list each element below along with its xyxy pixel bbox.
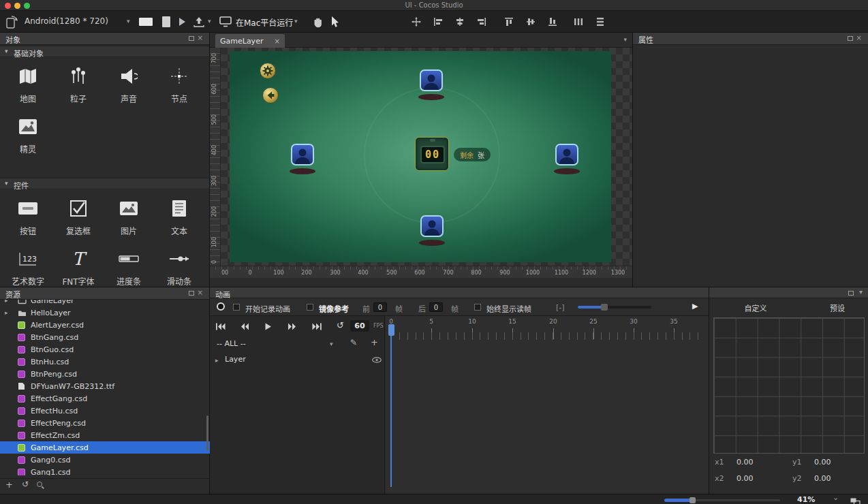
object-item-map[interactable]: 地图	[3, 60, 53, 110]
play-preview-icon[interactable]	[179, 18, 186, 26]
loop-playback-icon[interactable]: ↺	[337, 320, 344, 330]
object-item-sprite[interactable]: 精灵	[3, 110, 53, 161]
fps-field[interactable]: 60	[350, 320, 369, 332]
zoom-presets-chevron-icon[interactable]: ⌄	[833, 493, 839, 502]
resource-row[interactable]: Gang0.csd	[0, 454, 210, 466]
stage-canvas[interactable]: 00 剩余 张	[221, 48, 632, 266]
panel-float-icon[interactable]	[848, 36, 853, 41]
always-show-frames-checkbox[interactable]	[474, 304, 481, 311]
align-right-icon[interactable]	[477, 17, 486, 27]
resource-row[interactable]: EffectHu.csd	[0, 405, 210, 417]
orientation-landscape-button[interactable]	[139, 18, 153, 26]
panel-close-icon[interactable]: ×	[856, 34, 862, 42]
object-item-fnt-font[interactable]: T FNT字体	[53, 242, 104, 293]
object-item-text[interactable]: 文本	[154, 192, 204, 242]
panel-dropdown-icon[interactable]: ▾	[859, 288, 863, 296]
zoom-slider-handle[interactable]	[689, 497, 696, 503]
resource-row[interactable]: BtnGuo.csd	[0, 343, 210, 356]
device-preset-dropdown-icon[interactable]: ▾	[127, 18, 130, 25]
skip-to-end-icon[interactable]	[312, 323, 324, 331]
after-frames-field[interactable]: 0	[429, 302, 443, 312]
expand-icon[interactable]: ▸	[5, 300, 18, 304]
tab-close-icon[interactable]: ×	[275, 37, 280, 45]
x2-value[interactable]: 0.00	[737, 474, 754, 483]
object-item-image[interactable]: 图片	[104, 192, 154, 242]
add-animation-icon[interactable]: +	[371, 337, 378, 347]
play-animation-icon[interactable]: ▶	[692, 302, 698, 311]
track-filter-select[interactable]: -- ALL --	[217, 339, 246, 348]
resource-row[interactable]: EffectGang.csd	[0, 392, 210, 405]
record-animation-checkbox[interactable]	[233, 304, 240, 311]
player-avatar-right[interactable]	[555, 144, 578, 166]
orientation-portrait-button[interactable]	[162, 16, 170, 27]
distribute-vertical-icon[interactable]	[595, 17, 605, 27]
object-item-art-number[interactable]: 123 艺术数字	[3, 242, 53, 293]
edit-animation-icon[interactable]: ✎	[350, 338, 357, 347]
player-avatar-left[interactable]	[291, 144, 314, 166]
object-item-progress-bar[interactable]: 进度条	[104, 242, 154, 293]
section-controls[interactable]: ▾ 控件	[0, 178, 209, 189]
publish-icon[interactable]	[193, 16, 205, 28]
tab-list-dropdown-icon[interactable]: ▾	[623, 36, 627, 43]
resource-row[interactable]: BtnGang.csd	[0, 331, 210, 343]
timeline-zoom-out-button[interactable]: [-]	[556, 303, 565, 312]
run-target-monitor-icon[interactable]	[219, 16, 232, 27]
timeline-zoom-slider[interactable]	[578, 306, 651, 309]
play-icon[interactable]	[264, 323, 277, 331]
layer-visibility-eye-icon[interactable]	[372, 357, 382, 363]
section-basic-objects[interactable]: ▾ 基础对象	[0, 46, 209, 57]
tab-preset[interactable]: 预设	[817, 302, 858, 313]
timeline[interactable]: 0 5 10 15 20 25 30 35	[386, 316, 709, 494]
object-item-particle[interactable]: 粒子	[53, 60, 104, 110]
distribute-horizontal-icon[interactable]	[574, 17, 583, 27]
resource-row[interactable]: ▸ HelloLayer	[0, 306, 210, 319]
resource-row[interactable]: BtnHu.csd	[0, 356, 210, 368]
panel-close-icon[interactable]: ×	[198, 289, 203, 296]
move-tool-icon[interactable]	[412, 17, 421, 27]
mirror-reference-checkbox[interactable]	[307, 304, 313, 311]
x1-value[interactable]: 0.00	[737, 458, 754, 467]
resource-row[interactable]: DFYuanW7-GB2312.ttf	[0, 380, 210, 392]
y2-value[interactable]: 0.00	[814, 474, 831, 483]
align-bottom-icon[interactable]	[548, 17, 557, 27]
y1-value[interactable]: 0.00	[814, 458, 831, 467]
align-top-icon[interactable]	[504, 17, 514, 27]
skip-to-start-icon[interactable]	[215, 323, 228, 331]
object-item-checkbox[interactable]: 复选框	[53, 192, 104, 242]
resource-row[interactable]: AlertLayer.csd	[0, 319, 210, 331]
publish-dropdown-icon[interactable]: ▾	[208, 18, 211, 25]
run-target-button[interactable]: 在Mac平台运行	[236, 16, 293, 28]
scrollbar-thumb[interactable]	[206, 415, 208, 451]
playhead-handle[interactable]	[388, 324, 394, 336]
player-avatar-top[interactable]	[420, 69, 443, 91]
object-item-button[interactable]: 按钮	[3, 192, 53, 242]
panel-close-icon[interactable]: ×	[198, 34, 203, 42]
object-item-sound[interactable]: 声音	[104, 60, 154, 110]
before-frames-field[interactable]: 0	[373, 302, 387, 312]
align-horizontal-center-icon[interactable]	[455, 17, 465, 27]
device-preset-select[interactable]: Android(1280 * 720)	[25, 16, 108, 26]
run-target-dropdown-icon[interactable]: ▾	[294, 18, 298, 25]
expand-icon[interactable]: ▸	[5, 309, 18, 316]
track-filter-dropdown-icon[interactable]: ▾	[330, 341, 333, 347]
select-tool-icon[interactable]	[331, 16, 339, 28]
resource-row[interactable]: EffectPeng.csd	[0, 417, 210, 429]
align-left-icon[interactable]	[433, 17, 443, 27]
next-frame-icon[interactable]	[288, 323, 300, 331]
record-icon[interactable]	[217, 302, 225, 311]
resource-row[interactable]: Gang1.csd	[0, 466, 210, 475]
object-item-node[interactable]: 节点	[154, 60, 204, 110]
rotate-device-icon[interactable]	[5, 15, 18, 29]
hand-tool-icon[interactable]	[312, 16, 323, 28]
previous-frame-icon[interactable]	[240, 323, 252, 331]
align-vertical-middle-icon[interactable]	[526, 17, 536, 27]
settings-gear-button[interactable]	[260, 63, 276, 79]
tile-counter-node[interactable]: 00	[415, 137, 449, 171]
refresh-resources-button[interactable]: ↺	[22, 479, 29, 489]
panel-float-icon[interactable]	[189, 36, 194, 41]
panel-float-icon[interactable]	[189, 291, 194, 296]
add-resource-button[interactable]: +	[5, 479, 13, 490]
player-avatar-bottom[interactable]	[420, 215, 444, 237]
back-arrow-button[interactable]	[262, 87, 279, 104]
panel-float-icon[interactable]	[848, 291, 854, 296]
